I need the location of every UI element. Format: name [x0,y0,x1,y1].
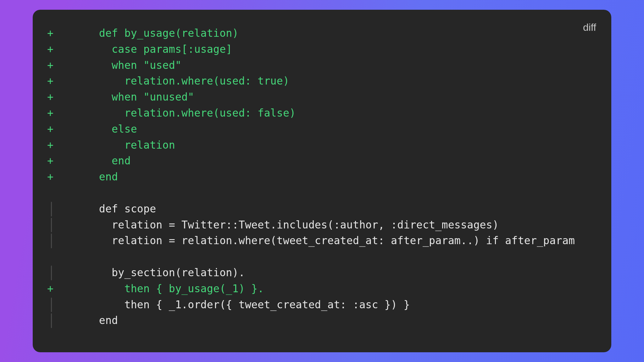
diff-line-added: + else [45,121,599,137]
diff-gutter: + [45,25,74,41]
diff-marker: + [47,281,53,297]
diff-marker: + [47,121,53,137]
diff-gutter: + [45,41,74,58]
diff-line-added: + relation.where(used: false) [45,105,599,121]
diff-content: relation.where(used: false) [74,105,599,121]
diff-marker: + [47,137,53,153]
diff-gutter [45,233,74,249]
diff-line-added: + end [45,153,599,169]
diff-line-added: + def by_usage(relation) [45,25,599,41]
diff-line-blank [45,249,599,265]
diff-content: end [74,169,599,185]
diff-gutter: + [45,58,74,74]
diff-line-context: relation = relation.where(tweet_created_… [45,233,599,249]
diff-line-context: then { _1.order({ tweet_created_at: :asc… [45,297,599,313]
diff-marker: + [47,89,53,105]
diff-marker: + [47,169,53,185]
diff-content: else [74,121,599,137]
diff-content: then { _1.order({ tweet_created_at: :asc… [74,297,599,313]
diff-gutter [45,313,74,329]
diff-marker: + [47,153,53,169]
diff-gutter [45,249,74,265]
diff-gutter: + [45,137,74,153]
diff-gutter: + [45,121,74,137]
diff-content: end [74,153,599,169]
diff-line-context: relation = Twitter::Tweet.includes(:auth… [45,217,599,233]
diff-gutter: + [45,105,74,121]
diff-gutter [45,185,74,201]
diff-line-added: + relation [45,137,599,153]
diff-content: relation.where(used: true) [74,73,599,89]
diff-gutter: + [45,281,74,297]
diff-line-added: + when "used" [45,58,599,74]
diff-marker: + [47,25,53,41]
diff-line-blank [45,185,599,201]
diff-line-added: + relation.where(used: true) [45,73,599,89]
language-label: diff [583,22,596,33]
diff-content: when "unused" [74,89,599,105]
diff-line-added: + end [45,169,599,185]
diff-marker: + [47,105,53,121]
diff-marker: + [47,41,53,58]
diff-content: when "used" [74,58,599,74]
diff-gutter [45,265,74,281]
diff-content: then { by_usage(_1) }. [74,281,599,297]
diff-gutter: + [45,153,74,169]
diff-gutter [45,217,74,233]
code-card: diff + def by_usage(relation)+ case para… [33,10,611,352]
diff-line-added: + when "unused" [45,89,599,105]
diff-gutter [45,201,74,217]
diff-gutter: + [45,89,74,105]
diff-line-context: end [45,313,599,329]
diff-content: case params[:usage] [74,41,599,58]
diff-marker: + [47,58,53,74]
diff-line-added: + then { by_usage(_1) }. [45,281,599,297]
diff-gutter [45,297,74,313]
diff-content: relation = relation.where(tweet_created_… [74,233,599,249]
diff-content: relation [74,137,599,153]
diff-content: def by_usage(relation) [74,25,599,41]
diff-gutter: + [45,73,74,89]
diff-line-added: + case params[:usage] [45,41,599,58]
diff-line-context: by_section(relation). [45,265,599,281]
diff-content: def scope [74,201,599,217]
diff-marker: + [47,73,53,89]
diff-content: relation = Twitter::Tweet.includes(:auth… [74,217,599,233]
code-block: + def by_usage(relation)+ case params[:u… [45,25,599,329]
diff-content: end [74,313,599,329]
diff-gutter: + [45,169,74,185]
diff-line-context: def scope [45,201,599,217]
diff-content: by_section(relation). [74,265,599,281]
